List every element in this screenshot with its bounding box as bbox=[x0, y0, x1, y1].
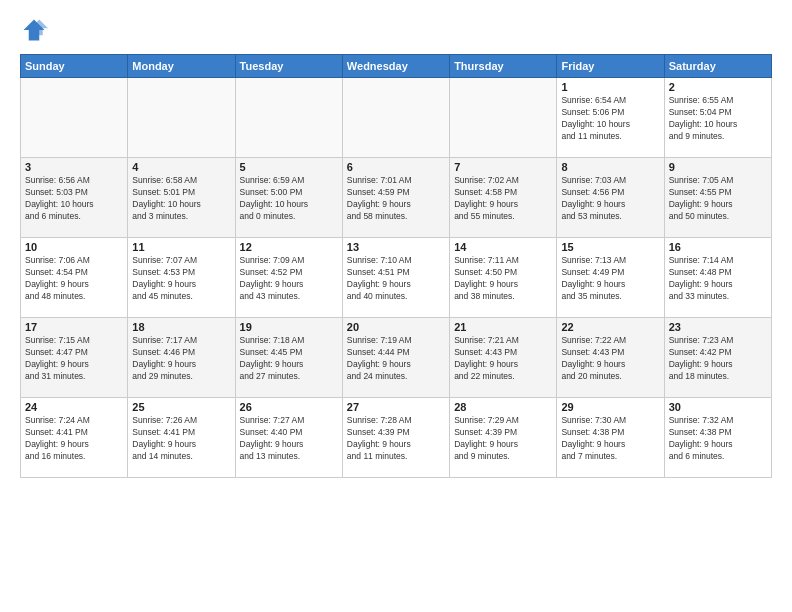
day-number: 30 bbox=[669, 401, 767, 413]
day-number: 10 bbox=[25, 241, 123, 253]
day-number: 8 bbox=[561, 161, 659, 173]
day-cell: 9Sunrise: 7:05 AMSunset: 4:55 PMDaylight… bbox=[664, 158, 771, 238]
day-info: Sunrise: 7:23 AMSunset: 4:42 PMDaylight:… bbox=[669, 335, 767, 383]
day-info: Sunrise: 7:28 AMSunset: 4:39 PMDaylight:… bbox=[347, 415, 445, 463]
day-number: 19 bbox=[240, 321, 338, 333]
day-info: Sunrise: 7:18 AMSunset: 4:45 PMDaylight:… bbox=[240, 335, 338, 383]
day-header-friday: Friday bbox=[557, 55, 664, 78]
day-cell: 2Sunrise: 6:55 AMSunset: 5:04 PMDaylight… bbox=[664, 78, 771, 158]
week-row-3: 10Sunrise: 7:06 AMSunset: 4:54 PMDayligh… bbox=[21, 238, 772, 318]
day-number: 2 bbox=[669, 81, 767, 93]
day-cell: 13Sunrise: 7:10 AMSunset: 4:51 PMDayligh… bbox=[342, 238, 449, 318]
logo-icon bbox=[20, 16, 48, 44]
day-number: 21 bbox=[454, 321, 552, 333]
day-info: Sunrise: 7:27 AMSunset: 4:40 PMDaylight:… bbox=[240, 415, 338, 463]
day-header-sunday: Sunday bbox=[21, 55, 128, 78]
day-info: Sunrise: 7:26 AMSunset: 4:41 PMDaylight:… bbox=[132, 415, 230, 463]
day-info: Sunrise: 7:32 AMSunset: 4:38 PMDaylight:… bbox=[669, 415, 767, 463]
week-row-5: 24Sunrise: 7:24 AMSunset: 4:41 PMDayligh… bbox=[21, 398, 772, 478]
day-header-thursday: Thursday bbox=[450, 55, 557, 78]
day-cell: 23Sunrise: 7:23 AMSunset: 4:42 PMDayligh… bbox=[664, 318, 771, 398]
week-row-4: 17Sunrise: 7:15 AMSunset: 4:47 PMDayligh… bbox=[21, 318, 772, 398]
day-info: Sunrise: 7:30 AMSunset: 4:38 PMDaylight:… bbox=[561, 415, 659, 463]
day-cell: 5Sunrise: 6:59 AMSunset: 5:00 PMDaylight… bbox=[235, 158, 342, 238]
day-number: 11 bbox=[132, 241, 230, 253]
day-header-monday: Monday bbox=[128, 55, 235, 78]
day-info: Sunrise: 7:05 AMSunset: 4:55 PMDaylight:… bbox=[669, 175, 767, 223]
calendar: SundayMondayTuesdayWednesdayThursdayFrid… bbox=[20, 54, 772, 478]
calendar-body: 1Sunrise: 6:54 AMSunset: 5:06 PMDaylight… bbox=[21, 78, 772, 478]
logo bbox=[20, 16, 52, 44]
day-number: 15 bbox=[561, 241, 659, 253]
day-number: 25 bbox=[132, 401, 230, 413]
day-cell: 16Sunrise: 7:14 AMSunset: 4:48 PMDayligh… bbox=[664, 238, 771, 318]
day-cell: 27Sunrise: 7:28 AMSunset: 4:39 PMDayligh… bbox=[342, 398, 449, 478]
day-number: 1 bbox=[561, 81, 659, 93]
day-cell bbox=[128, 78, 235, 158]
day-cell: 15Sunrise: 7:13 AMSunset: 4:49 PMDayligh… bbox=[557, 238, 664, 318]
day-cell: 10Sunrise: 7:06 AMSunset: 4:54 PMDayligh… bbox=[21, 238, 128, 318]
day-info: Sunrise: 7:24 AMSunset: 4:41 PMDaylight:… bbox=[25, 415, 123, 463]
day-header-tuesday: Tuesday bbox=[235, 55, 342, 78]
day-number: 18 bbox=[132, 321, 230, 333]
day-number: 4 bbox=[132, 161, 230, 173]
page: SundayMondayTuesdayWednesdayThursdayFrid… bbox=[0, 0, 792, 612]
day-header-saturday: Saturday bbox=[664, 55, 771, 78]
day-info: Sunrise: 7:01 AMSunset: 4:59 PMDaylight:… bbox=[347, 175, 445, 223]
day-cell: 11Sunrise: 7:07 AMSunset: 4:53 PMDayligh… bbox=[128, 238, 235, 318]
day-number: 6 bbox=[347, 161, 445, 173]
day-cell: 6Sunrise: 7:01 AMSunset: 4:59 PMDaylight… bbox=[342, 158, 449, 238]
day-cell: 30Sunrise: 7:32 AMSunset: 4:38 PMDayligh… bbox=[664, 398, 771, 478]
calendar-header: SundayMondayTuesdayWednesdayThursdayFrid… bbox=[21, 55, 772, 78]
day-number: 17 bbox=[25, 321, 123, 333]
day-number: 3 bbox=[25, 161, 123, 173]
day-cell bbox=[342, 78, 449, 158]
day-info: Sunrise: 7:09 AMSunset: 4:52 PMDaylight:… bbox=[240, 255, 338, 303]
day-cell: 17Sunrise: 7:15 AMSunset: 4:47 PMDayligh… bbox=[21, 318, 128, 398]
day-number: 12 bbox=[240, 241, 338, 253]
day-number: 23 bbox=[669, 321, 767, 333]
day-number: 28 bbox=[454, 401, 552, 413]
day-cell: 14Sunrise: 7:11 AMSunset: 4:50 PMDayligh… bbox=[450, 238, 557, 318]
day-cell: 19Sunrise: 7:18 AMSunset: 4:45 PMDayligh… bbox=[235, 318, 342, 398]
day-info: Sunrise: 7:02 AMSunset: 4:58 PMDaylight:… bbox=[454, 175, 552, 223]
day-info: Sunrise: 7:06 AMSunset: 4:54 PMDaylight:… bbox=[25, 255, 123, 303]
day-number: 16 bbox=[669, 241, 767, 253]
day-cell: 21Sunrise: 7:21 AMSunset: 4:43 PMDayligh… bbox=[450, 318, 557, 398]
day-info: Sunrise: 7:10 AMSunset: 4:51 PMDaylight:… bbox=[347, 255, 445, 303]
day-cell: 8Sunrise: 7:03 AMSunset: 4:56 PMDaylight… bbox=[557, 158, 664, 238]
day-cell: 12Sunrise: 7:09 AMSunset: 4:52 PMDayligh… bbox=[235, 238, 342, 318]
day-info: Sunrise: 7:13 AMSunset: 4:49 PMDaylight:… bbox=[561, 255, 659, 303]
day-cell: 18Sunrise: 7:17 AMSunset: 4:46 PMDayligh… bbox=[128, 318, 235, 398]
day-number: 29 bbox=[561, 401, 659, 413]
week-row-1: 1Sunrise: 6:54 AMSunset: 5:06 PMDaylight… bbox=[21, 78, 772, 158]
day-cell: 24Sunrise: 7:24 AMSunset: 4:41 PMDayligh… bbox=[21, 398, 128, 478]
day-number: 7 bbox=[454, 161, 552, 173]
day-info: Sunrise: 7:17 AMSunset: 4:46 PMDaylight:… bbox=[132, 335, 230, 383]
day-number: 20 bbox=[347, 321, 445, 333]
day-cell: 4Sunrise: 6:58 AMSunset: 5:01 PMDaylight… bbox=[128, 158, 235, 238]
day-cell: 28Sunrise: 7:29 AMSunset: 4:39 PMDayligh… bbox=[450, 398, 557, 478]
day-info: Sunrise: 6:58 AMSunset: 5:01 PMDaylight:… bbox=[132, 175, 230, 223]
day-cell: 3Sunrise: 6:56 AMSunset: 5:03 PMDaylight… bbox=[21, 158, 128, 238]
week-row-2: 3Sunrise: 6:56 AMSunset: 5:03 PMDaylight… bbox=[21, 158, 772, 238]
day-number: 9 bbox=[669, 161, 767, 173]
day-cell bbox=[235, 78, 342, 158]
day-info: Sunrise: 6:55 AMSunset: 5:04 PMDaylight:… bbox=[669, 95, 767, 143]
day-number: 22 bbox=[561, 321, 659, 333]
day-info: Sunrise: 7:29 AMSunset: 4:39 PMDaylight:… bbox=[454, 415, 552, 463]
day-number: 24 bbox=[25, 401, 123, 413]
day-cell: 26Sunrise: 7:27 AMSunset: 4:40 PMDayligh… bbox=[235, 398, 342, 478]
day-info: Sunrise: 6:54 AMSunset: 5:06 PMDaylight:… bbox=[561, 95, 659, 143]
day-info: Sunrise: 7:15 AMSunset: 4:47 PMDaylight:… bbox=[25, 335, 123, 383]
header bbox=[20, 16, 772, 44]
day-cell bbox=[21, 78, 128, 158]
day-number: 14 bbox=[454, 241, 552, 253]
day-header-wednesday: Wednesday bbox=[342, 55, 449, 78]
day-cell: 1Sunrise: 6:54 AMSunset: 5:06 PMDaylight… bbox=[557, 78, 664, 158]
day-number: 27 bbox=[347, 401, 445, 413]
day-cell: 25Sunrise: 7:26 AMSunset: 4:41 PMDayligh… bbox=[128, 398, 235, 478]
header-row: SundayMondayTuesdayWednesdayThursdayFrid… bbox=[21, 55, 772, 78]
day-cell: 7Sunrise: 7:02 AMSunset: 4:58 PMDaylight… bbox=[450, 158, 557, 238]
day-info: Sunrise: 7:14 AMSunset: 4:48 PMDaylight:… bbox=[669, 255, 767, 303]
